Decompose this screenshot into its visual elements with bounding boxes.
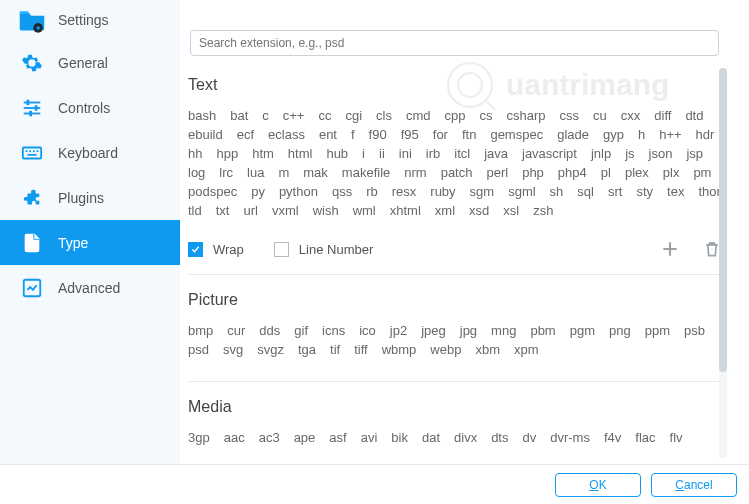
extension-tag[interactable]: dts — [491, 428, 508, 447]
extension-tag[interactable]: c++ — [283, 106, 305, 125]
extension-tag[interactable]: cls — [376, 106, 392, 125]
extension-tag[interactable]: patch — [441, 163, 473, 182]
extension-tag[interactable]: cur — [227, 321, 245, 340]
extension-tag[interactable]: sgm — [470, 182, 495, 201]
extension-tag[interactable]: f90 — [369, 125, 387, 144]
extension-tag[interactable]: itcl — [454, 144, 470, 163]
extension-tag[interactable]: lrc — [219, 163, 233, 182]
extension-tag[interactable]: gyp — [603, 125, 624, 144]
extension-tag[interactable]: psd — [188, 340, 209, 359]
extension-tag[interactable]: bash — [188, 106, 216, 125]
extension-tag[interactable]: cmd — [406, 106, 431, 125]
extension-tag[interactable]: resx — [392, 182, 417, 201]
extension-tag[interactable]: ico — [359, 321, 376, 340]
extension-tag[interactable]: dv — [522, 428, 536, 447]
extension-tag[interactable]: dat — [422, 428, 440, 447]
extension-tag[interactable]: javascript — [522, 144, 577, 163]
extension-tag[interactable]: plx — [663, 163, 680, 182]
extension-tag[interactable]: flv — [670, 428, 683, 447]
extension-tag[interactable]: bat — [230, 106, 248, 125]
extension-tag[interactable]: webp — [430, 340, 461, 359]
extension-tag[interactable]: gemspec — [490, 125, 543, 144]
extension-tag[interactable]: tld — [188, 201, 202, 220]
extension-tag[interactable]: xml — [435, 201, 455, 220]
extension-tag[interactable]: avi — [361, 428, 378, 447]
extension-tag[interactable]: flac — [635, 428, 655, 447]
scrollbar-track[interactable] — [719, 68, 727, 458]
extension-tag[interactable]: qss — [332, 182, 352, 201]
cancel-button[interactable]: Cancel — [651, 473, 737, 497]
extension-tag[interactable]: sql — [577, 182, 594, 201]
extension-tag[interactable]: xhtml — [390, 201, 421, 220]
extension-tag[interactable]: tex — [667, 182, 684, 201]
extension-tag[interactable]: glade — [557, 125, 589, 144]
extension-tag[interactable]: jnlp — [591, 144, 611, 163]
sidebar-item-type[interactable]: Type — [0, 220, 180, 265]
extension-tag[interactable]: pm — [693, 163, 711, 182]
sidebar-item-general[interactable]: General — [0, 40, 180, 85]
extension-tag[interactable]: psb — [684, 321, 705, 340]
extension-tag[interactable]: py — [251, 182, 265, 201]
extension-tag[interactable]: js — [625, 144, 634, 163]
extension-tag[interactable]: svg — [223, 340, 243, 359]
extension-tag[interactable]: gif — [294, 321, 308, 340]
extension-tag[interactable]: htm — [252, 144, 274, 163]
extension-tag[interactable]: rb — [366, 182, 378, 201]
extension-tag[interactable]: tga — [298, 340, 316, 359]
extension-tag[interactable]: i — [362, 144, 365, 163]
extension-tag[interactable]: c — [262, 106, 269, 125]
extension-tag[interactable]: json — [649, 144, 673, 163]
extension-tag[interactable]: f — [351, 125, 355, 144]
extension-tag[interactable]: perl — [486, 163, 508, 182]
extension-tag[interactable]: cs — [480, 106, 493, 125]
extension-tag[interactable]: zsh — [533, 201, 553, 220]
extension-tag[interactable]: irb — [426, 144, 440, 163]
extension-tag[interactable]: css — [560, 106, 580, 125]
extension-tag[interactable]: hdr — [696, 125, 715, 144]
extension-tag[interactable]: ecf — [237, 125, 254, 144]
extension-tag[interactable]: cxx — [621, 106, 641, 125]
extension-tag[interactable]: ebuild — [188, 125, 223, 144]
ok-button[interactable]: OK — [555, 473, 641, 497]
extension-tag[interactable]: dtd — [685, 106, 703, 125]
extension-tag[interactable]: ftn — [462, 125, 476, 144]
extension-tag[interactable]: h++ — [659, 125, 681, 144]
sidebar-item-keyboard[interactable]: Keyboard — [0, 130, 180, 175]
extension-tag[interactable]: php4 — [558, 163, 587, 182]
extension-tag[interactable]: ape — [294, 428, 316, 447]
extension-tag[interactable]: ini — [399, 144, 412, 163]
extension-tag[interactable]: xsd — [469, 201, 489, 220]
extension-tag[interactable]: txt — [216, 201, 230, 220]
extension-tag[interactable]: sgml — [508, 182, 535, 201]
wrap-checkbox[interactable] — [188, 242, 203, 257]
sidebar-item-controls[interactable]: Controls — [0, 85, 180, 130]
extension-tag[interactable]: ac3 — [259, 428, 280, 447]
extension-tag[interactable]: lua — [247, 163, 264, 182]
extension-tag[interactable]: url — [243, 201, 257, 220]
extension-tag[interactable]: csharp — [507, 106, 546, 125]
extension-tag[interactable]: asf — [329, 428, 346, 447]
search-input[interactable] — [190, 30, 719, 56]
extension-tag[interactable]: bik — [391, 428, 408, 447]
scrollbar-thumb[interactable] — [719, 68, 727, 372]
extension-tag[interactable]: m — [278, 163, 289, 182]
extension-tag[interactable]: hpp — [216, 144, 238, 163]
extension-tag[interactable]: cu — [593, 106, 607, 125]
extension-tag[interactable]: ppm — [645, 321, 670, 340]
extension-tag[interactable]: mng — [491, 321, 516, 340]
extension-tag[interactable]: ii — [379, 144, 385, 163]
extension-tag[interactable]: cgi — [345, 106, 362, 125]
extension-tag[interactable]: sty — [636, 182, 653, 201]
extension-tag[interactable]: jp2 — [390, 321, 407, 340]
extension-tag[interactable]: h — [638, 125, 645, 144]
extension-tag[interactable]: java — [484, 144, 508, 163]
extension-tag[interactable]: tif — [330, 340, 340, 359]
extension-tag[interactable]: tiff — [354, 340, 368, 359]
extension-tag[interactable]: html — [288, 144, 313, 163]
extension-tag[interactable]: srt — [608, 182, 622, 201]
extension-tag[interactable]: vxml — [272, 201, 299, 220]
extension-tag[interactable]: hh — [188, 144, 202, 163]
extension-tag[interactable]: cc — [318, 106, 331, 125]
extension-tag[interactable]: pl — [601, 163, 611, 182]
extension-tag[interactable]: jsp — [686, 144, 703, 163]
